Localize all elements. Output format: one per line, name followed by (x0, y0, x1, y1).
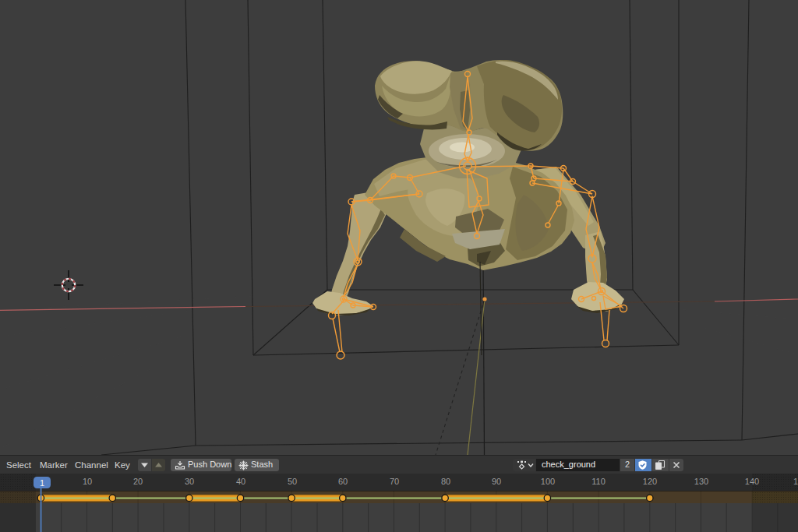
svg-text:1: 1 (40, 478, 44, 488)
